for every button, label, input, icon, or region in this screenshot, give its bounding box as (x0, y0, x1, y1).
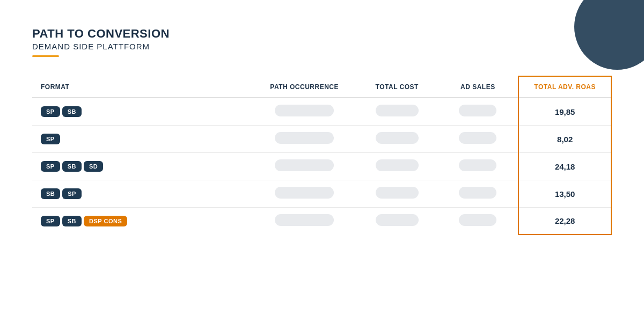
data-table: FORMAT PATH OCCURRENCE TOTAL COST AD SAL… (32, 76, 612, 235)
table-row: SPSBDSP CONS22,28 (32, 208, 611, 235)
badge-sp: SP (41, 161, 60, 172)
accent-underline (32, 55, 59, 57)
cost-cell (356, 180, 437, 208)
path-placeholder-pill (275, 159, 334, 171)
col-header-sales: AD SALES (437, 76, 518, 98)
roas-cell: 22,28 (518, 208, 611, 235)
table-container: FORMAT PATH OCCURRENCE TOTAL COST AD SAL… (32, 76, 612, 235)
sales-cell (437, 126, 518, 153)
table-row: SPSBSD24,18 (32, 153, 611, 180)
badge-sb: SB (41, 188, 60, 199)
roas-cell: 24,18 (518, 153, 611, 180)
sales-placeholder-pill (459, 132, 496, 144)
sales-cell (437, 180, 518, 208)
badge-sp: SP (41, 216, 60, 226)
sales-placeholder-pill (459, 214, 496, 226)
cost-placeholder-pill (376, 187, 419, 199)
sales-placeholder-pill (459, 187, 496, 199)
badge-sb: SB (62, 161, 82, 172)
badge-sp: SP (41, 134, 60, 144)
badge-sd: SD (84, 161, 103, 172)
format-cell: SPSBSD (32, 153, 252, 180)
sales-placeholder-pill (459, 159, 496, 171)
badge-sb: SB (62, 106, 82, 117)
page-wrapper: PATH TO CONVERSION DEMAND SIDE PLATTFORM… (0, 0, 644, 322)
roas-cell: 19,85 (518, 98, 611, 126)
format-cell: SBSP (32, 180, 252, 208)
sales-cell (437, 208, 518, 235)
sales-cell (437, 153, 518, 180)
table-row: SP8,02 (32, 126, 611, 153)
cost-placeholder-pill (376, 159, 419, 171)
col-header-roas: TOTAL ADV. ROAS (518, 76, 611, 98)
cost-cell (356, 208, 437, 235)
table-header-row: FORMAT PATH OCCURRENCE TOTAL COST AD SAL… (32, 76, 611, 98)
cost-cell (356, 98, 437, 126)
path-cell (252, 153, 356, 180)
table-body: SPSB19,85SP8,02SPSBSD24,18SBSP13,50SPSBD… (32, 98, 611, 235)
col-header-cost: TOTAL COST (356, 76, 437, 98)
path-placeholder-pill (275, 214, 334, 226)
roas-cell: 8,02 (518, 126, 611, 153)
page-title-main: PATH TO CONVERSION (32, 27, 612, 41)
sales-placeholder-pill (459, 105, 496, 116)
col-header-format: FORMAT (32, 76, 252, 98)
table-row: SPSB19,85 (32, 98, 611, 126)
cost-cell (356, 126, 437, 153)
cost-placeholder-pill (376, 105, 419, 116)
cost-cell (356, 153, 437, 180)
roas-cell: 13,50 (518, 180, 611, 208)
path-cell (252, 98, 356, 126)
sales-cell (437, 98, 518, 126)
path-cell (252, 180, 356, 208)
path-cell (252, 208, 356, 235)
col-header-path: PATH OCCURRENCE (252, 76, 356, 98)
badge-sp: SP (41, 106, 60, 117)
path-placeholder-pill (275, 187, 334, 199)
format-cell: SPSB (32, 98, 252, 126)
header: PATH TO CONVERSION DEMAND SIDE PLATTFORM (32, 27, 612, 57)
format-cell: SP (32, 126, 252, 153)
path-placeholder-pill (275, 132, 334, 144)
path-placeholder-pill (275, 105, 334, 116)
table-row: SBSP13,50 (32, 180, 611, 208)
cost-placeholder-pill (376, 214, 419, 226)
badge-dsp-cons: DSP CONS (84, 216, 127, 226)
format-cell: SPSBDSP CONS (32, 208, 252, 235)
cost-placeholder-pill (376, 132, 419, 144)
deco-circle (574, 0, 644, 70)
page-title-sub: DEMAND SIDE PLATTFORM (32, 42, 612, 51)
path-cell (252, 126, 356, 153)
badge-sb: SB (62, 216, 82, 226)
badge-sp: SP (62, 188, 82, 199)
